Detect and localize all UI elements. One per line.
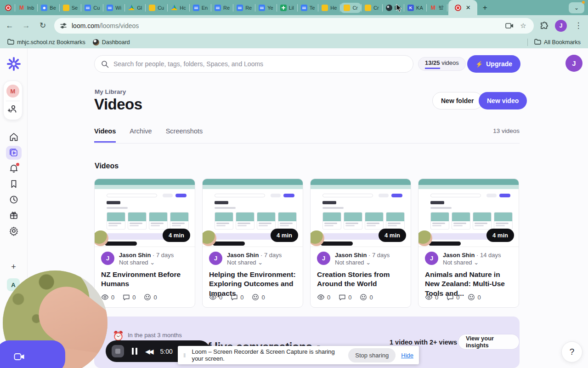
video-title[interactable]: Creation Stories from Around the World <box>311 266 411 288</box>
author-avatar[interactable]: J <box>209 252 222 265</box>
record-red-favicon <box>5 5 11 11</box>
forward-button[interactable]: → <box>21 21 31 30</box>
author-name[interactable]: Jason Shin <box>443 252 475 259</box>
share-status-dropdown[interactable]: Not shared ⌄ <box>443 259 501 266</box>
video-thumbnail[interactable]: 4 min <box>311 179 411 247</box>
doc-blue-favicon <box>259 5 265 11</box>
tab-label: Wi <box>115 5 121 11</box>
share-status-dropdown[interactable]: Not shared ⌄ <box>335 259 390 266</box>
browser-tab[interactable]: MInb <box>15 3 37 13</box>
author-name[interactable]: Jason Shin <box>227 252 259 259</box>
browser-tab[interactable]: Re <box>211 3 233 13</box>
video-thumbnail[interactable]: 4 min <box>203 179 303 247</box>
tab-label: Ye <box>267 5 273 11</box>
stop-recording-button[interactable] <box>112 345 124 357</box>
active-tab[interactable]: ✕ <box>448 0 477 15</box>
author-name[interactable]: Jason Shin <box>335 252 367 259</box>
search-bar[interactable] <box>94 55 413 73</box>
author-name[interactable]: Jason Shin <box>119 252 151 259</box>
video-title[interactable]: NZ Environment Before Humans <box>95 266 195 288</box>
comments-icon <box>231 294 238 301</box>
video-card[interactable]: 4 min J Jason Shin · 7 days Not shared ⌄… <box>94 178 195 308</box>
views-icon <box>425 294 433 300</box>
tab-archive[interactable]: Archive <box>130 127 152 143</box>
bookmark-dashboard[interactable]: Dashboard <box>91 38 132 46</box>
browser-tab[interactable]: Te <box>298 3 318 13</box>
recording-timer: 5:00 <box>160 348 173 355</box>
share-banner-text: Loom – Screen Recorder & Screen Capture … <box>192 348 343 362</box>
video-card[interactable]: 4 min J Jason Shin · 7 days Not shared ⌄… <box>310 178 411 308</box>
tab-screenshots[interactable]: Screenshots <box>166 127 203 143</box>
duration-badge: 4 min <box>271 229 298 242</box>
browser-tab[interactable]: Ye <box>255 3 276 13</box>
restart-icon[interactable]: ◀◀ <box>145 348 153 355</box>
hide-banner-link[interactable]: Hide <box>401 352 413 359</box>
close-tab-icon[interactable]: ✕ <box>466 4 471 11</box>
reload-button[interactable]: ↻ <box>38 21 48 30</box>
share-status-dropdown[interactable]: Not shared ⌄ <box>119 259 174 266</box>
search-input[interactable] <box>113 60 407 68</box>
browser-tab[interactable]: KKA <box>404 3 426 13</box>
browser-tab[interactable]: He <box>318 3 340 13</box>
video-quota-badge[interactable]: 13/25 videos <box>418 57 466 71</box>
stop-sharing-button[interactable]: Stop sharing <box>348 348 396 362</box>
browser-tab[interactable]: Re <box>233 3 255 13</box>
video-thumbnail[interactable]: 4 min <box>95 179 195 247</box>
tab-label: Re <box>245 5 252 11</box>
browser-menu-icon[interactable]: ⋮ <box>573 21 583 30</box>
browser-tab[interactable]: Hc <box>168 3 189 13</box>
site-settings-icon[interactable] <box>60 22 67 29</box>
tab-search-button[interactable]: ⌄ <box>569 2 584 13</box>
tab-capture-icon[interactable] <box>505 23 514 29</box>
video-thumbnail[interactable]: 4 min <box>418 179 519 247</box>
browser-tab[interactable]: Cr <box>362 3 382 13</box>
view-insights-button[interactable]: View your insights <box>458 334 520 350</box>
browser-tab[interactable]: Gl <box>125 3 145 13</box>
globe-dark-favicon <box>386 5 392 11</box>
author-avatar[interactable]: J <box>101 252 114 265</box>
extensions-icon[interactable] <box>540 22 548 30</box>
tab-videos[interactable]: Videos <box>94 127 116 143</box>
new-video-button[interactable]: New video <box>479 92 527 109</box>
tab-label: Se <box>72 5 78 11</box>
pause-button[interactable] <box>132 348 137 355</box>
share-status-dropdown[interactable]: Not shared ⌄ <box>227 259 282 266</box>
tab-label: Hc <box>180 5 186 11</box>
all-bookmarks[interactable]: All Bookmarks <box>532 38 582 47</box>
browser-tab[interactable]: Se <box>60 3 81 13</box>
camera-control-button[interactable] <box>0 340 65 368</box>
browser-profile-avatar[interactable]: J <box>555 20 567 32</box>
browser-tab[interactable]: Lil <box>277 3 297 13</box>
browser-tab[interactable]: Cu <box>146 3 167 13</box>
tab-label: Gl <box>137 5 142 11</box>
upgrade-label: Upgrade <box>486 60 512 68</box>
drive-favicon <box>171 5 177 11</box>
help-button[interactable]: ? <box>561 341 582 362</box>
new-tab-button[interactable]: + <box>477 3 493 12</box>
bookmark-star-icon[interactable]: ☆ <box>518 22 528 30</box>
new-folder-button[interactable]: New folder <box>432 92 483 109</box>
upgrade-button[interactable]: ⚡Upgrade <box>467 55 520 73</box>
author-avatar[interactable]: J <box>317 252 330 265</box>
reactions-icon <box>360 293 367 301</box>
url-bar[interactable]: loom.com/looms/videos ☆ <box>54 18 534 34</box>
browser-tab[interactable]: Cu <box>81 3 103 13</box>
browser-tab[interactable]: En <box>190 3 211 13</box>
drag-handle[interactable]: ‖ <box>183 352 186 359</box>
person-blue-favicon: ☻ <box>41 5 47 11</box>
back-button[interactable]: ← <box>5 21 15 30</box>
video-card[interactable]: 4 min J Jason Shin · 14 days Not shared … <box>418 178 519 308</box>
browser-tab[interactable]: ☻Be <box>38 3 59 13</box>
browser-tab[interactable] <box>2 3 15 13</box>
video-card[interactable]: 4 min J Jason Shin · 7 days Not shared ⌄… <box>202 178 303 308</box>
user-avatar[interactable]: J <box>565 55 582 72</box>
breadcrumb: My Library <box>95 88 126 95</box>
bookmark-folder[interactable]: mhjc.school.nz Bookmarks <box>6 38 87 47</box>
browser-tab[interactable]: Wi <box>103 3 124 13</box>
views-icon <box>209 294 217 300</box>
author-avatar[interactable]: J <box>425 252 438 265</box>
browser-tab[interactable]: Cr <box>340 3 361 13</box>
bookmark-label: mhjc.school.nz Bookmarks <box>17 39 85 46</box>
sheet-green-favicon <box>280 5 287 11</box>
browser-tab[interactable]: M받 <box>427 2 447 13</box>
